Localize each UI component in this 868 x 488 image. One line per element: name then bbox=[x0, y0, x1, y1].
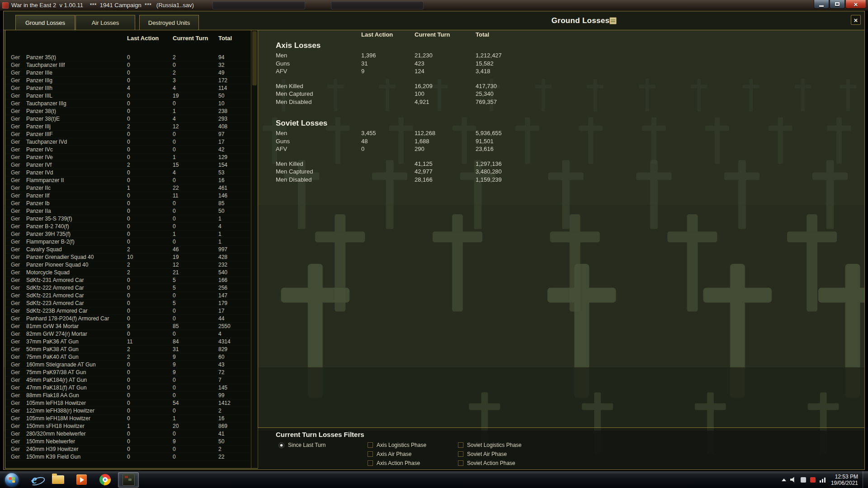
tray-red-app-icon[interactable] bbox=[810, 477, 816, 483]
current-turn-value: 4,921 bbox=[415, 99, 429, 105]
last-action-value: 2 bbox=[127, 346, 130, 352]
summary-row: Guns481,68891,501 bbox=[276, 138, 728, 146]
unit-name: 105mm leFH18M Howitzer bbox=[26, 415, 90, 422]
table-header-row: Last ActionCurrent TurnTotal bbox=[5, 35, 258, 42]
window-titlebar[interactable]: War in the East 2 v 1.00.11 *** 1941 Cam… bbox=[0, 0, 868, 11]
tab-ground-losses[interactable]: Ground Losses bbox=[15, 15, 75, 30]
summary-row: AFV029023,616 bbox=[276, 145, 728, 154]
unit-loss-row: GerPanzer B-2 740(f)004 bbox=[5, 223, 250, 230]
taskbar-media-player-button[interactable] bbox=[71, 472, 92, 488]
unit-nationality: Ger bbox=[11, 361, 20, 368]
unit-nationality: Ger bbox=[11, 292, 20, 299]
total-value: 17 bbox=[218, 139, 224, 145]
total-value: 25,340 bbox=[476, 90, 494, 97]
unit-name: Cavalry Squad bbox=[26, 246, 62, 253]
total-value: 16 bbox=[218, 177, 224, 183]
unit-nationality: Ger bbox=[11, 308, 20, 314]
taskbar-chrome-button[interactable] bbox=[94, 472, 115, 488]
notes-icon[interactable] bbox=[609, 17, 617, 24]
unit-nationality: Ger bbox=[11, 262, 20, 268]
checkbox-soviet-logistics-phase[interactable] bbox=[458, 442, 463, 448]
last-action-value: 0 bbox=[127, 361, 130, 368]
taskbar-war-in-the-east-2-button[interactable] bbox=[118, 472, 139, 488]
clock[interactable]: 12:53 PM 19/06/2021 bbox=[831, 474, 858, 486]
unit-name: 81mm GrW 34 Mortar bbox=[26, 323, 79, 329]
current-turn-value: 0 bbox=[173, 331, 176, 337]
tab-label: Air Losses bbox=[92, 19, 119, 26]
last-action-value: 0 bbox=[127, 177, 130, 183]
current-turn-value: 0 bbox=[173, 131, 176, 137]
volume-icon[interactable] bbox=[790, 477, 797, 483]
last-action-value: 31 bbox=[361, 60, 368, 67]
tab-air-losses[interactable]: Air Losses bbox=[75, 15, 135, 30]
checkbox-soviet-air-phase[interactable] bbox=[458, 451, 463, 457]
unit-loss-row: GerPanzer Grenadier Squad 401019428 bbox=[5, 253, 250, 261]
last-action-value: 2 bbox=[127, 246, 130, 253]
total-value: 50 bbox=[218, 208, 224, 214]
unit-name: Panzer 38(t)E bbox=[26, 116, 60, 122]
network-icon[interactable] bbox=[820, 477, 826, 483]
taskbar-start-button[interactable] bbox=[2, 472, 21, 488]
last-action-value: 0 bbox=[127, 408, 130, 414]
checkbox-soviet-action-phase[interactable] bbox=[458, 460, 463, 466]
tray-app-icon[interactable] bbox=[801, 477, 806, 483]
dialog-close-button[interactable]: × bbox=[851, 15, 861, 25]
tab-destroyed-units[interactable]: Destroyed Units bbox=[139, 15, 199, 30]
unit-name: 47mm PaK181(f) AT Gun bbox=[26, 385, 87, 391]
maximize-button[interactable] bbox=[830, 0, 845, 9]
internet-explorer-icon: e bbox=[32, 474, 37, 486]
taskbar-file-explorer-button[interactable] bbox=[47, 472, 68, 488]
checkbox-axis-action-phase[interactable] bbox=[368, 460, 373, 466]
total-value: 428 bbox=[218, 254, 227, 260]
unit-loss-row: Ger81mm GrW 34 Mortar9852550 bbox=[5, 323, 250, 330]
checkbox-axis-logistics-phase[interactable] bbox=[368, 442, 373, 448]
total-value: 146 bbox=[218, 192, 227, 199]
scrollbar-thumb[interactable] bbox=[252, 31, 257, 85]
total-value: 417,730 bbox=[476, 83, 497, 89]
since-last-turn-radio[interactable] bbox=[278, 442, 284, 448]
unit-name: SdKfz-223B Armored Car bbox=[26, 308, 87, 314]
close-window-button[interactable]: × bbox=[845, 0, 866, 9]
desktop: War in the East 2 v 1.00.11 *** 1941 Cam… bbox=[0, 0, 868, 488]
last-action-value: 48 bbox=[361, 138, 368, 145]
current-turn-value: 0 bbox=[173, 239, 176, 245]
total-value: 408 bbox=[218, 123, 227, 130]
last-action-value: 0 bbox=[127, 369, 130, 375]
unit-loss-row: Ger160mm Stielgranade AT Gun0943 bbox=[5, 361, 250, 369]
clock-time: 12:53 PM bbox=[831, 474, 858, 480]
total-value: 1 bbox=[218, 239, 222, 245]
checkbox-label: Axis Logistics Phase bbox=[377, 442, 426, 448]
last-action-value: 0 bbox=[127, 116, 130, 122]
unit-nationality: Ger bbox=[11, 200, 20, 206]
unit-name: Panzer IVc bbox=[26, 146, 53, 153]
unit-loss-row: GerFlammpanzer II0016 bbox=[5, 177, 250, 184]
current-turn-value: 1,688 bbox=[415, 138, 429, 145]
unit-nationality: Ger bbox=[11, 177, 20, 183]
current-turn-value: 1 bbox=[173, 231, 176, 237]
unit-loss-row: Ger122mm leFH388(r) Howitzer002 bbox=[5, 407, 250, 415]
last-action-value: 2 bbox=[127, 123, 130, 130]
minimize-button[interactable] bbox=[814, 0, 829, 9]
summary-header-row: Last ActionCurrent TurnTotal bbox=[276, 31, 728, 39]
filters-title: Current Turn Losses Filters bbox=[276, 431, 364, 438]
total-value: 1,159,239 bbox=[476, 176, 502, 183]
taskbar-internet-explorer-button[interactable]: e bbox=[24, 472, 45, 488]
unit-loss-row: GerPanzer Pioneer Squad 40212232 bbox=[5, 261, 250, 269]
unit-nationality: Ger bbox=[11, 216, 20, 222]
unit-nationality: Ger bbox=[11, 185, 20, 191]
last-action-value: 0 bbox=[127, 377, 130, 383]
total-value: 997 bbox=[218, 246, 227, 253]
checkbox-axis-air-phase[interactable] bbox=[368, 451, 373, 457]
show-desktop-button[interactable] bbox=[863, 471, 868, 488]
total-value: 23,616 bbox=[476, 145, 494, 152]
unit-nationality: Ger bbox=[11, 116, 20, 122]
unit-loss-row: Ger75mm PaK97/38 AT Gun0972 bbox=[5, 369, 250, 376]
last-action-value: 0 bbox=[127, 146, 130, 153]
unit-name: Motorcycle Squad bbox=[26, 269, 70, 276]
scrollbar[interactable] bbox=[251, 30, 258, 468]
summary-group-title: Axis Losses bbox=[276, 41, 728, 52]
summary-label: Men Captured bbox=[276, 90, 313, 97]
chevron-up-icon[interactable] bbox=[782, 479, 786, 481]
total-value: 179 bbox=[218, 300, 227, 306]
current-turn-value: 5 bbox=[173, 285, 176, 291]
